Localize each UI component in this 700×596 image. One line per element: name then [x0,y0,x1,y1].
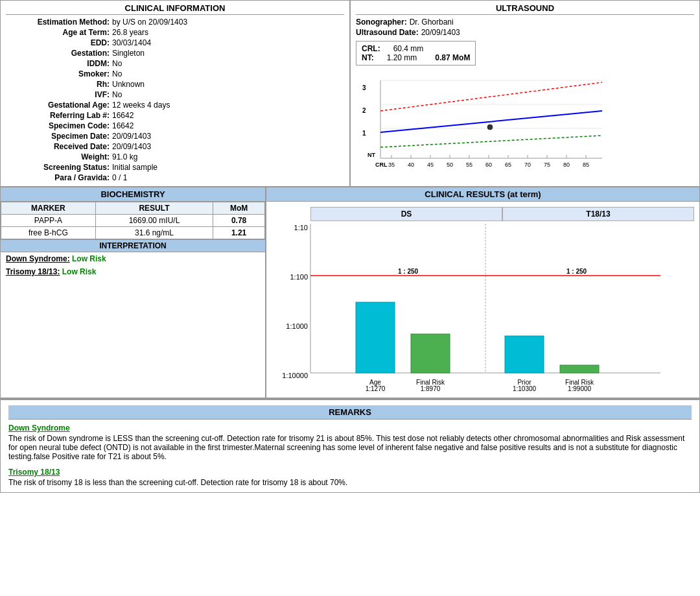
svg-rect-44 [560,365,599,373]
clinical-field-row: Smoker:No [6,69,344,78]
clinical-field-value: 20/09/1403 [112,142,344,151]
t18-col-header: T18/13 [502,207,694,221]
clinical-field-label: Specimen Date: [6,132,110,141]
nt-crl-chart: 3 2 1 NT CRL 35 40 45 50 55 60 65 70 75 … [356,71,694,174]
ds-interp-label: Down Syndrome: [6,254,70,263]
clinical-field-value: 12 weeks 4 days [112,101,344,110]
y-axis-labels: 1:10 1:100 1:1000 1:10000 [272,224,310,379]
clinical-field-label: Smoker: [6,69,110,78]
clinical-field-row: Rh:Unknown [6,80,344,89]
svg-text:60: 60 [485,161,492,168]
bio-cell-marker: free B-hCG [1,227,96,239]
clinical-field-value: No [112,90,344,99]
clinical-field-value: No [112,69,344,78]
clinical-field-label: Screening Status: [6,163,110,172]
remarks-header: REMARKS [8,405,692,420]
svg-text:1 : 250: 1 : 250 [398,268,419,275]
clinical-field-label: Received Date: [6,142,110,151]
clinical-field-value: Singleton [112,49,344,58]
clinical-field-row: Referring Lab #:16642 [6,111,344,120]
sonographer-value: Dr. Ghorbani [410,18,454,27]
clinical-field-row: Para / Gravida:0 / 1 [6,173,344,182]
sonographer-label: Sonographer: [356,18,407,27]
biochemistry-panel: BIOCHEMISTRY MARKER RESULT MoM PAPP-A166… [1,187,266,398]
trisomy-remarks-text: The risk of trisomy 18 is less than the … [8,478,692,487]
clinical-field-value: No [112,59,344,68]
bio-cell-result: 1669.00 mIU/L [95,215,213,227]
clinical-info-header: CLINICAL INFORMATION [6,3,344,15]
ds-interp-risk: Low Risk [72,254,106,263]
nt-chart-svg: 3 2 1 NT CRL 35 40 45 50 55 60 65 70 75 … [356,71,628,174]
svg-text:2: 2 [362,107,366,114]
clinical-field-row: EDD:30/03/1404 [6,38,344,47]
clinical-field-label: Gestational Age: [6,101,110,110]
svg-rect-42 [411,334,450,373]
clinical-fields: Estimation Method:by U/S on 20/09/1403Ag… [6,18,344,182]
svg-text:40: 40 [408,161,414,168]
svg-rect-43 [505,336,544,373]
crl-label: CRL: [362,44,380,53]
svg-text:NT: NT [368,152,375,158]
clinical-field-row: Received Date:20/09/1403 [6,142,344,151]
remarks-content: Down Syndrome The risk of Down syndrome … [8,423,692,487]
svg-text:CRL: CRL [375,161,388,168]
bio-cell-marker: PAPP-A [1,215,96,227]
us-date-label: Ultrasound Date: [356,28,419,37]
nt-value: 1.20 mm [387,53,417,62]
svg-text:55: 55 [466,161,472,168]
down-syndrome-interp: Down Syndrome: Low Risk [1,252,265,265]
bio-cell-mom: 0.78 [213,215,265,227]
us-date-row: Ultrasound Date: 20/09/1403 [356,28,694,37]
svg-text:70: 70 [524,161,531,168]
bio-cell-mom: 1.21 [213,227,265,239]
clinical-field-label: IDDM: [6,59,110,68]
nt-row: NT: 1.20 mm 0.87 MoM [362,53,470,62]
clinical-field-label: Para / Gravida: [6,173,110,182]
us-date-value: 20/09/1403 [421,28,460,37]
col-mom: MoM [213,202,265,215]
cr-chart-area: 1:10 1:100 1:1000 1:10000 [272,224,694,392]
remarks-section: REMARKS Down Syndrome The risk of Down s… [1,399,699,492]
clinical-field-label: Referring Lab #: [6,111,110,120]
top-section: CLINICAL INFORMATION Estimation Method:b… [1,1,699,187]
bio-table: MARKER RESULT MoM PAPP-A1669.00 mIU/L0.7… [1,202,265,239]
trisomy-link: Trisomy 18/13 [8,468,692,477]
y-label-1000: 1:1000 [272,322,308,330]
crl-nt-box: CRL: 60.4 mm NT: 1.20 mm 0.87 MoM [356,41,476,66]
t18-interp-risk: Low Risk [62,267,97,276]
interpretation-header: INTERPRETATION [1,239,265,252]
clinical-field-row: Specimen Date:20/09/1403 [6,132,344,141]
svg-text:80: 80 [563,161,570,168]
clinical-field-value: 16642 [112,121,344,130]
clinical-field-row: Estimation Method:by U/S on 20/09/1403 [6,18,344,27]
clinical-field-row: IDDM:No [6,59,344,68]
ultrasound-panel: ULTRASOUND Sonographer: Dr. Ghorbani Ult… [351,1,699,186]
ds-col-header: DS [310,207,502,221]
crl-value: 60.4 mm [393,44,424,53]
clinical-field-row: Screening Status:Initial sample [6,163,344,172]
col-result: RESULT [95,202,213,215]
svg-line-34 [380,136,602,147]
bio-cell-result: 31.6 ng/mL [95,227,213,239]
svg-text:65: 65 [505,161,511,168]
clinical-field-value: Initial sample [112,163,344,172]
middle-section: BIOCHEMISTRY MARKER RESULT MoM PAPP-A166… [1,187,699,399]
clinical-field-label: Weight: [6,152,110,161]
svg-line-32 [380,82,602,111]
clinical-field-row: Gestational Age:12 weeks 4 days [6,101,344,110]
clinical-field-row: Age at Term:26.8 years [6,28,344,37]
svg-text:1 : 250: 1 : 250 [566,268,587,275]
bio-table-row: free B-hCG31.6 ng/mL1.21 [1,227,265,239]
cr-col-headers: DS T18/13 [310,207,694,221]
svg-text:1:1270: 1:1270 [366,385,386,392]
sonographer-row: Sonographer: Dr. Ghorbani [356,18,694,27]
crl-row: CRL: 60.4 mm [362,44,470,53]
y-label-10000: 1:10000 [272,372,308,379]
svg-text:35: 35 [388,161,395,168]
clinical-field-label: Estimation Method: [6,18,110,27]
cr-chart-svg: Age 1:1270 Final Risk 1:8970 Prior 1:103… [310,224,660,392]
svg-point-35 [487,125,493,130]
clinical-field-label: EDD: [6,38,110,47]
clinical-field-label: Rh: [6,80,110,89]
svg-text:85: 85 [583,161,589,168]
